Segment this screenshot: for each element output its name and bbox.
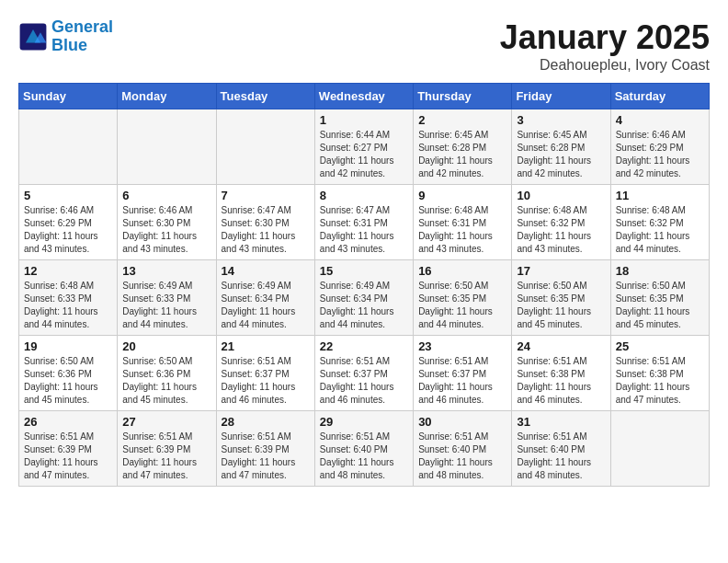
day-info: Sunrise: 6:51 AMSunset: 6:38 PMDaylight:… bbox=[517, 355, 605, 407]
day-cell: 8Sunrise: 6:47 AMSunset: 6:31 PMDaylight… bbox=[314, 185, 413, 260]
day-number: 16 bbox=[418, 264, 506, 278]
day-info: Sunrise: 6:51 AMSunset: 6:40 PMDaylight:… bbox=[517, 431, 605, 482]
week-row-2: 12Sunrise: 6:48 AMSunset: 6:33 PMDayligh… bbox=[19, 260, 710, 336]
day-number: 2 bbox=[418, 113, 506, 127]
day-cell: 23Sunrise: 6:51 AMSunset: 6:37 PMDayligh… bbox=[414, 336, 512, 411]
day-info: Sunrise: 6:48 AMSunset: 6:33 PMDaylight:… bbox=[24, 280, 112, 331]
day-cell: 20Sunrise: 6:50 AMSunset: 6:36 PMDayligh… bbox=[118, 336, 216, 411]
header-monday: Monday bbox=[118, 84, 216, 109]
week-row-3: 19Sunrise: 6:50 AMSunset: 6:36 PMDayligh… bbox=[19, 336, 710, 411]
day-cell: 27Sunrise: 6:51 AMSunset: 6:39 PMDayligh… bbox=[118, 411, 216, 487]
day-cell bbox=[216, 109, 314, 185]
day-cell: 2Sunrise: 6:45 AMSunset: 6:28 PMDaylight… bbox=[414, 109, 512, 185]
day-number: 3 bbox=[517, 113, 605, 127]
day-cell: 5Sunrise: 6:46 AMSunset: 6:29 PMDaylight… bbox=[19, 185, 118, 260]
day-cell: 22Sunrise: 6:51 AMSunset: 6:37 PMDayligh… bbox=[314, 336, 413, 411]
day-info: Sunrise: 6:50 AMSunset: 6:35 PMDaylight:… bbox=[616, 280, 704, 331]
day-info: Sunrise: 6:51 AMSunset: 6:38 PMDaylight:… bbox=[616, 355, 704, 407]
day-cell: 12Sunrise: 6:48 AMSunset: 6:33 PMDayligh… bbox=[19, 260, 118, 336]
header-wednesday: Wednesday bbox=[314, 84, 413, 109]
page-header: General Blue January 2025 Deahouepleu, I… bbox=[18, 18, 710, 74]
day-cell: 4Sunrise: 6:46 AMSunset: 6:29 PMDaylight… bbox=[610, 109, 709, 185]
day-cell: 18Sunrise: 6:50 AMSunset: 6:35 PMDayligh… bbox=[610, 260, 709, 336]
day-info: Sunrise: 6:51 AMSunset: 6:39 PMDaylight:… bbox=[222, 431, 310, 482]
day-cell: 11Sunrise: 6:48 AMSunset: 6:32 PMDayligh… bbox=[610, 185, 709, 260]
header-row: Sunday Monday Tuesday Wednesday Thursday… bbox=[19, 84, 710, 109]
day-cell bbox=[610, 411, 709, 487]
day-cell: 15Sunrise: 6:49 AMSunset: 6:34 PMDayligh… bbox=[314, 260, 413, 336]
logo-line2: Blue bbox=[51, 36, 87, 54]
day-number: 7 bbox=[222, 189, 310, 202]
day-number: 6 bbox=[122, 189, 210, 202]
calendar-header: Sunday Monday Tuesday Wednesday Thursday… bbox=[19, 84, 710, 109]
logo-line1: General bbox=[51, 17, 113, 36]
day-cell bbox=[118, 109, 216, 185]
week-row-4: 26Sunrise: 6:51 AMSunset: 6:39 PMDayligh… bbox=[19, 411, 710, 487]
day-info: Sunrise: 6:51 AMSunset: 6:40 PMDaylight:… bbox=[418, 431, 506, 482]
day-info: Sunrise: 6:49 AMSunset: 6:34 PMDaylight:… bbox=[222, 280, 310, 331]
day-number: 29 bbox=[320, 415, 408, 429]
day-info: Sunrise: 6:50 AMSunset: 6:35 PMDaylight:… bbox=[418, 280, 506, 331]
day-info: Sunrise: 6:50 AMSunset: 6:35 PMDaylight:… bbox=[517, 280, 605, 331]
day-cell: 1Sunrise: 6:44 AMSunset: 6:27 PMDaylight… bbox=[314, 109, 413, 185]
day-number: 30 bbox=[418, 415, 506, 429]
day-number: 5 bbox=[24, 189, 112, 202]
day-cell: 31Sunrise: 6:51 AMSunset: 6:40 PMDayligh… bbox=[512, 411, 610, 487]
day-cell: 3Sunrise: 6:45 AMSunset: 6:28 PMDaylight… bbox=[512, 109, 610, 185]
day-info: Sunrise: 6:46 AMSunset: 6:29 PMDaylight:… bbox=[24, 204, 112, 256]
day-info: Sunrise: 6:44 AMSunset: 6:27 PMDaylight:… bbox=[320, 129, 408, 180]
day-info: Sunrise: 6:51 AMSunset: 6:39 PMDaylight:… bbox=[122, 431, 210, 482]
day-cell: 28Sunrise: 6:51 AMSunset: 6:39 PMDayligh… bbox=[216, 411, 314, 487]
day-number: 12 bbox=[24, 264, 112, 278]
day-cell: 17Sunrise: 6:50 AMSunset: 6:35 PMDayligh… bbox=[512, 260, 610, 336]
header-saturday: Saturday bbox=[610, 84, 709, 109]
day-cell bbox=[19, 109, 118, 185]
day-cell: 24Sunrise: 6:51 AMSunset: 6:38 PMDayligh… bbox=[512, 336, 610, 411]
day-cell: 14Sunrise: 6:49 AMSunset: 6:34 PMDayligh… bbox=[216, 260, 314, 336]
header-sunday: Sunday bbox=[19, 84, 118, 109]
day-number: 18 bbox=[616, 264, 704, 278]
day-number: 1 bbox=[320, 113, 408, 127]
week-row-1: 5Sunrise: 6:46 AMSunset: 6:29 PMDaylight… bbox=[19, 185, 710, 260]
day-number: 28 bbox=[222, 415, 310, 429]
day-number: 11 bbox=[616, 189, 704, 202]
day-number: 9 bbox=[418, 189, 506, 202]
header-friday: Friday bbox=[512, 84, 610, 109]
day-number: 26 bbox=[24, 415, 112, 429]
header-tuesday: Tuesday bbox=[216, 84, 314, 109]
day-cell: 25Sunrise: 6:51 AMSunset: 6:38 PMDayligh… bbox=[610, 336, 709, 411]
day-cell: 7Sunrise: 6:47 AMSunset: 6:30 PMDaylight… bbox=[216, 185, 314, 260]
day-info: Sunrise: 6:51 AMSunset: 6:37 PMDaylight:… bbox=[222, 355, 310, 407]
day-cell: 9Sunrise: 6:48 AMSunset: 6:31 PMDaylight… bbox=[414, 185, 512, 260]
day-info: Sunrise: 6:51 AMSunset: 6:39 PMDaylight:… bbox=[24, 431, 112, 482]
day-info: Sunrise: 6:51 AMSunset: 6:40 PMDaylight:… bbox=[320, 431, 408, 482]
day-info: Sunrise: 6:46 AMSunset: 6:30 PMDaylight:… bbox=[122, 204, 210, 256]
day-info: Sunrise: 6:48 AMSunset: 6:32 PMDaylight:… bbox=[616, 204, 704, 256]
day-info: Sunrise: 6:51 AMSunset: 6:37 PMDaylight:… bbox=[320, 355, 408, 407]
day-number: 20 bbox=[122, 339, 210, 353]
day-cell: 30Sunrise: 6:51 AMSunset: 6:40 PMDayligh… bbox=[414, 411, 512, 487]
day-info: Sunrise: 6:46 AMSunset: 6:29 PMDaylight:… bbox=[616, 129, 704, 180]
day-info: Sunrise: 6:51 AMSunset: 6:37 PMDaylight:… bbox=[418, 355, 506, 407]
day-info: Sunrise: 6:47 AMSunset: 6:30 PMDaylight:… bbox=[222, 204, 310, 256]
day-info: Sunrise: 6:45 AMSunset: 6:28 PMDaylight:… bbox=[517, 129, 605, 180]
day-cell: 19Sunrise: 6:50 AMSunset: 6:36 PMDayligh… bbox=[19, 336, 118, 411]
day-number: 4 bbox=[616, 113, 704, 127]
day-number: 19 bbox=[24, 339, 112, 353]
day-info: Sunrise: 6:48 AMSunset: 6:32 PMDaylight:… bbox=[517, 204, 605, 256]
day-info: Sunrise: 6:48 AMSunset: 6:31 PMDaylight:… bbox=[418, 204, 506, 256]
day-number: 14 bbox=[222, 264, 310, 278]
day-number: 27 bbox=[122, 415, 210, 429]
day-number: 22 bbox=[320, 339, 408, 353]
day-number: 17 bbox=[517, 264, 605, 278]
day-info: Sunrise: 6:49 AMSunset: 6:33 PMDaylight:… bbox=[122, 280, 210, 331]
day-info: Sunrise: 6:49 AMSunset: 6:34 PMDaylight:… bbox=[320, 280, 408, 331]
week-row-0: 1Sunrise: 6:44 AMSunset: 6:27 PMDaylight… bbox=[19, 109, 710, 185]
title-block: January 2025 Deahouepleu, Ivory Coast bbox=[500, 18, 710, 74]
logo-icon bbox=[18, 22, 48, 52]
header-thursday: Thursday bbox=[414, 84, 512, 109]
day-info: Sunrise: 6:50 AMSunset: 6:36 PMDaylight:… bbox=[122, 355, 210, 407]
day-number: 15 bbox=[320, 264, 408, 278]
day-number: 10 bbox=[517, 189, 605, 202]
day-cell: 6Sunrise: 6:46 AMSunset: 6:30 PMDaylight… bbox=[118, 185, 216, 260]
